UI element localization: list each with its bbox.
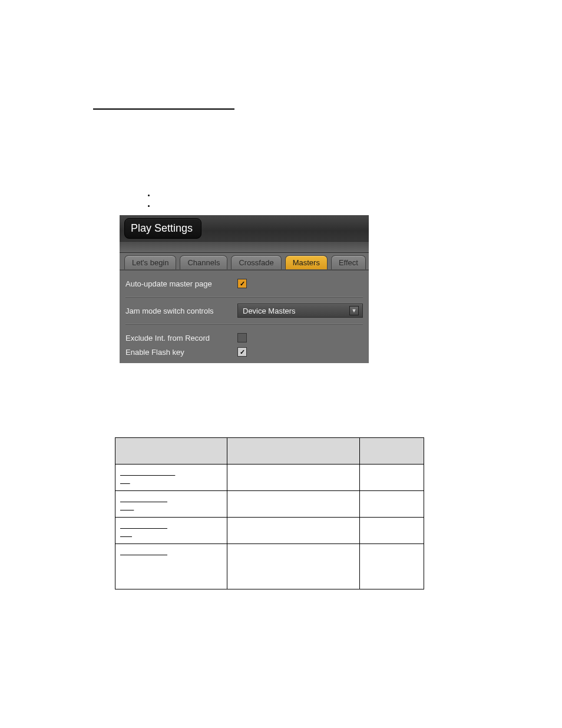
jam-mode-select[interactable]: Device Masters ▼ <box>237 304 363 318</box>
tab-crossfade[interactable]: Crossfade <box>231 255 281 269</box>
jam-mode-value: Device Masters <box>243 307 296 315</box>
options-table <box>115 437 424 589</box>
row-jam-mode: Jam mode switch controls Device Masters … <box>120 298 369 324</box>
tab-effect[interactable]: Effect <box>331 255 366 269</box>
bullet-list <box>132 191 156 212</box>
titlebar: Play Settings <box>120 215 369 241</box>
table-row <box>115 544 424 589</box>
auto-update-checkbox[interactable] <box>237 279 247 288</box>
row-link[interactable] <box>120 468 175 476</box>
col-header-1 <box>115 438 227 465</box>
masters-panel: Auto-update master page Jam mode switch … <box>120 271 369 359</box>
row-link[interactable] <box>120 521 167 529</box>
row-link-2[interactable] <box>120 476 130 485</box>
chevron-down-icon: ▼ <box>349 306 359 315</box>
flash-checkbox[interactable] <box>237 347 247 357</box>
table-row <box>115 491 424 518</box>
table-row <box>115 465 424 491</box>
row-exclude: Exclude Int. from Record <box>120 331 369 345</box>
play-settings-screenshot: Play Settings Let's begin Channels Cross… <box>120 215 369 363</box>
row-link-2[interactable] <box>120 503 134 511</box>
auto-update-label: Auto-update master page <box>125 279 237 288</box>
col-header-3 <box>359 438 424 465</box>
row-flash: Enable Flash key <box>120 345 369 359</box>
row-auto-update: Auto-update master page <box>120 271 369 297</box>
row-link[interactable] <box>120 548 167 556</box>
row-link[interactable] <box>120 495 167 503</box>
table-row <box>115 518 424 544</box>
flash-label: Enable Flash key <box>125 348 237 357</box>
section-rule <box>93 108 234 110</box>
row-link-2[interactable] <box>120 529 132 538</box>
window-title: Play Settings <box>124 218 201 239</box>
table-header-row <box>115 438 424 465</box>
tabstrip: Let's begin Channels Crossfade Masters E… <box>120 253 369 271</box>
tab-lets-begin[interactable]: Let's begin <box>124 255 176 269</box>
titlebar-gradient <box>120 241 369 253</box>
tab-masters[interactable]: Masters <box>285 255 328 269</box>
col-header-2 <box>227 438 360 465</box>
tab-channels[interactable]: Channels <box>180 255 227 269</box>
exclude-label: Exclude Int. from Record <box>125 334 237 342</box>
jam-mode-label: Jam mode switch controls <box>125 307 237 315</box>
exclude-checkbox[interactable] <box>237 333 247 342</box>
